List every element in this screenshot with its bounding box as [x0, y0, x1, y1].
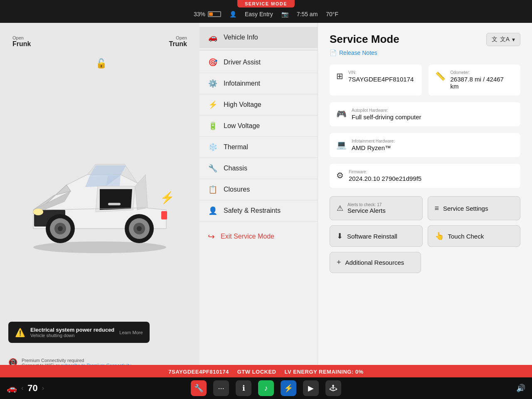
service-alerts-label: Service Alerts	[347, 207, 416, 214]
bluetooth-taskbar-icon[interactable]: ⚡	[281, 380, 296, 396]
translate-button[interactable]: 文 文A ▾	[486, 33, 520, 46]
menu-item-infotainment[interactable]: ⚙️ Infotainment	[200, 73, 318, 94]
bottom-status1: GTW LOCKED	[237, 369, 276, 375]
learn-more-link[interactable]: Learn More	[119, 330, 143, 335]
additional-resources-label: Additional Resources	[345, 259, 414, 266]
vehicle-icon: 🚗	[208, 33, 218, 42]
infotainment-hw-value: AMD Ryzen™	[352, 144, 514, 151]
chassis-label: Chassis	[224, 165, 247, 172]
speed-display: 70	[27, 383, 37, 394]
thermal-icon: ❄️	[208, 143, 218, 152]
page-title: Service Mode	[330, 33, 399, 46]
taskbar-right: 🔊	[516, 384, 525, 393]
release-notes-label: Release Notes	[339, 49, 377, 56]
lock-icon: 🔓	[96, 58, 107, 69]
battery-percentage: 33%	[194, 11, 205, 17]
safety-label: Safety & Restraints	[224, 207, 281, 214]
touch-check-button[interactable]: 👆 Touch Check	[428, 225, 521, 247]
car-image: ⚡	[12, 133, 187, 266]
software-reinstall-label: Software Reinstall	[347, 233, 416, 240]
menu-item-low-voltage[interactable]: 🔋 Low Voltage	[200, 116, 318, 137]
info-grid: ⊞ VIN: 7SAYGDEE4PF810174 📏 Odometer: 263…	[330, 64, 520, 188]
firmware-icon: ⚙	[336, 170, 344, 180]
service-alerts-content: Alerts to check: 17 Service Alerts	[347, 202, 416, 214]
download-icon: ⬇	[337, 232, 343, 241]
alert-title: Electrical system power reduced	[30, 327, 114, 333]
odometer-card: 📏 Odometer: 26387.8 mi / 42467 km	[429, 64, 521, 96]
menu-item-closures[interactable]: 📋 Closures	[200, 179, 318, 200]
taskbar-left: 🚗 ‹ 70 ›	[7, 383, 44, 394]
firmware-card: ⚙ Firmware: 2024.20.10 2790e21d99f5	[330, 164, 520, 188]
frunk-label: Open Frunk	[12, 35, 31, 48]
alert-warning-icon: ⚠️	[15, 328, 25, 337]
sliders-icon: ≡	[435, 204, 439, 213]
info-taskbar-icon[interactable]: ℹ	[236, 380, 251, 396]
profile-icon: 👤	[229, 11, 236, 17]
qr-icon: ⊞	[336, 71, 343, 81]
high-voltage-icon: ⚡	[208, 100, 218, 109]
low-voltage-icon: 🔋	[208, 121, 218, 131]
car-mini-icon: 🚗	[7, 383, 17, 393]
odometer-value: 26387.8 mi / 42467 km	[451, 76, 514, 90]
additional-resources-button[interactable]: + Additional Resources	[330, 252, 421, 273]
high-voltage-label: High Voltage	[224, 101, 261, 108]
main-content: Open Frunk Open Trunk 🔓	[0, 23, 532, 376]
closures-label: Closures	[224, 186, 250, 193]
infotainment-hw-label: Infotainment Hardware:	[352, 139, 514, 143]
svg-point-0	[33, 241, 166, 253]
driver-assist-label: Driver Assist	[224, 59, 261, 66]
vin-content: VIN: 7SAYGDEE4PF810174	[348, 70, 415, 83]
menu-item-driver-assist[interactable]: 🎯 Driver Assist	[200, 52, 318, 73]
menu-item-safety[interactable]: 👤 Safety & Restraints	[200, 200, 318, 222]
chassis-icon: 🔧	[208, 164, 218, 173]
alert-circle-icon: ⚠	[337, 204, 343, 213]
autopilot-card: 🎮 Autopilot Hardware: Full self-driving …	[330, 102, 520, 126]
info-header: Service Mode 文 文A ▾	[330, 33, 520, 46]
plus-icon: +	[337, 258, 341, 267]
trunk-main-text: Trunk	[169, 40, 187, 48]
vehicle-info-label: Vehicle Info	[224, 34, 258, 41]
menu-item-chassis[interactable]: 🔧 Chassis	[200, 158, 318, 179]
car-svg: ⚡	[17, 141, 183, 258]
play-taskbar-icon[interactable]: ▶	[303, 380, 319, 396]
svg-text:⚡: ⚡	[160, 191, 175, 204]
driver-assist-icon: 🎯	[208, 58, 218, 67]
game-taskbar-icon[interactable]: 🕹	[325, 380, 341, 396]
software-reinstall-button[interactable]: ⬇ Software Reinstall	[330, 225, 423, 247]
alert-banner: ⚠️ Electrical system power reduced Vehic…	[8, 322, 150, 343]
spotify-taskbar-icon[interactable]: ♪	[258, 380, 274, 396]
battery-status: 33%	[194, 11, 221, 17]
firmware-label: Firmware:	[349, 170, 514, 174]
alert-text: Electrical system power reduced Vehicle …	[30, 327, 114, 338]
bottom-vin: 7SAYGDEE4PF810174	[168, 369, 229, 375]
odometer-content: Odometer: 26387.8 mi / 42467 km	[451, 70, 514, 90]
closures-icon: 📋	[208, 185, 218, 194]
service-settings-button[interactable]: ≡ Service Settings	[428, 196, 521, 220]
touch-icon: 👆	[435, 232, 444, 241]
chip-icon: 💻	[336, 140, 347, 150]
info-panel: Service Mode 文 文A ▾ 📄 Release Notes ⊞ VI…	[318, 23, 532, 376]
nav-right-icon: ›	[42, 384, 44, 392]
exit-service-mode-button[interactable]: ↪ Exit Service Mode	[200, 225, 318, 248]
service-alerts-button[interactable]: ⚠ Alerts to check: 17 Service Alerts	[330, 196, 423, 220]
chevron-down-icon: ▾	[512, 36, 515, 43]
release-notes-link[interactable]: 📄 Release Notes	[330, 49, 520, 56]
conn-line1: Premium Connectivity required	[22, 358, 131, 363]
service-settings-content: Service Settings	[443, 205, 513, 212]
firmware-content: Firmware: 2024.20.10 2790e21d99f5	[349, 170, 514, 182]
dots-taskbar-icon[interactable]: ···	[213, 380, 229, 396]
camera-icon: 📷	[281, 11, 288, 17]
wrench-taskbar-icon[interactable]: 🔧	[191, 380, 207, 396]
menu-item-vehicle-info[interactable]: 🚗 Vehicle Info	[200, 27, 318, 48]
steering-icon: 🎮	[336, 109, 347, 119]
infotainment-hw-card: 💻 Infotainment Hardware: AMD Ryzen™	[330, 133, 520, 157]
exit-icon: ↪	[208, 232, 215, 241]
vin-card: ⊞ VIN: 7SAYGDEE4PF810174	[330, 64, 422, 96]
touch-check-label: Touch Check	[448, 233, 514, 240]
menu-panel: 🚗 Vehicle Info 🎯 Driver Assist ⚙️ Infota…	[200, 23, 318, 376]
menu-item-thermal[interactable]: ❄️ Thermal	[200, 137, 318, 158]
autopilot-label: Autopilot Hardware:	[352, 108, 514, 113]
menu-item-high-voltage[interactable]: ⚡ High Voltage	[200, 94, 318, 116]
exit-label: Exit Service Mode	[221, 233, 274, 240]
svg-point-7	[58, 226, 63, 231]
